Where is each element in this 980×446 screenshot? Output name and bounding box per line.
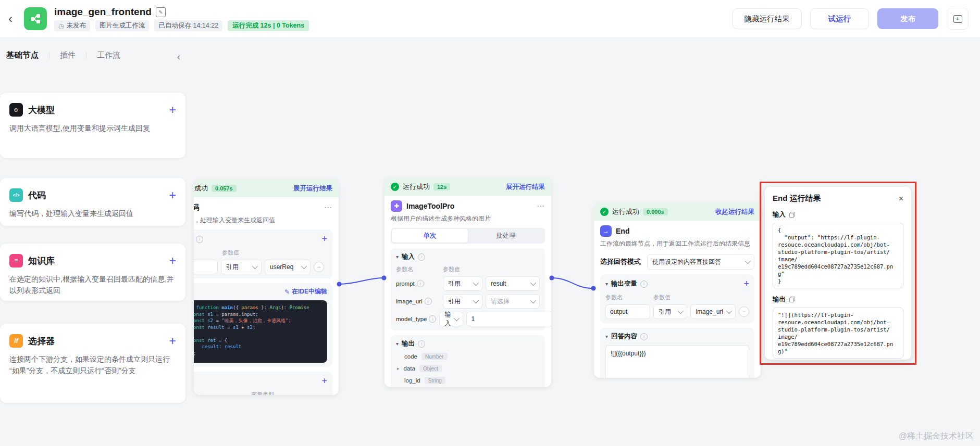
image-tool-node[interactable]: ✓ 运行成功 12s 展开运行结果 ✚ ImageToolPro ⋯ 根据用户的… (384, 178, 551, 387)
copy-icon[interactable] (789, 297, 795, 302)
col-param-value: 参数值 (222, 249, 239, 257)
code-editor[interactable]: async function main({ params }: Args): P… (194, 300, 327, 363)
edit-icon: ✎ (284, 288, 290, 296)
node-card-llm[interactable]: ☺ 大模型 + 调用大语言模型,使用变量和提示词生成回复 (0, 93, 185, 158)
collapse-run-result-link[interactable]: 收起运行结果 (715, 208, 754, 216)
chevron-down-icon (745, 258, 751, 264)
collapse-caret-icon[interactable]: ▾ (396, 341, 399, 347)
info-icon: i (418, 340, 425, 348)
node-card-selector[interactable]: If 选择器 + 连接两个下游分支，如果设定的条件成立则只运行“如果”分支，不成… (0, 324, 185, 403)
tab-workflows[interactable]: 工作流 (97, 50, 120, 60)
copy-icon[interactable] (789, 212, 795, 218)
chevron-down-icon (678, 308, 684, 314)
image-node-desc: 根据用户的描述生成多种风格的图片 (391, 214, 545, 223)
value-ref-select[interactable]: userReq (265, 260, 311, 274)
outvar-name-input[interactable] (605, 304, 650, 319)
model-type-value-input[interactable] (466, 312, 551, 326)
tab-batch[interactable]: 批处理 (468, 229, 544, 243)
node-card-code[interactable]: </> 代码 + 编写代码，处理输入变量来生成返回值 (0, 178, 185, 226)
end-node-status-bar: ✓ 运行成功 0.000s 收起运行结果 (594, 203, 761, 221)
open-panel-button[interactable]: + (947, 8, 969, 30)
info-icon: i (640, 333, 648, 340)
outvar-value-select[interactable]: image_url (690, 304, 736, 319)
run-mode-tabs: 单次 批处理 (391, 228, 545, 244)
answer-mode-select[interactable]: 使用设定的内容直接回答 (647, 254, 754, 270)
image-node-name: ImageToolPro (406, 202, 532, 210)
image-url-type-select[interactable]: 引用 (443, 294, 482, 309)
node-card-knowledge[interactable]: ≡ 知识库 + 在选定的知识中,根据输入变量召回最匹配的信息,并以列表形式返回 (0, 244, 185, 301)
publish-button[interactable]: 发布 (877, 8, 938, 29)
col-param-name: 参数名 (194, 249, 222, 257)
end-node-name: End (616, 227, 754, 235)
run-status-text: 运行成功 (403, 182, 430, 192)
tab-plugins[interactable]: 插件 (60, 50, 76, 60)
result-output-json: "![](https://lf-plugin- resouce.oceanclo… (773, 308, 903, 359)
card-title: 代码 (28, 189, 164, 201)
add-output-button[interactable]: + (321, 376, 327, 387)
card-title: 知识库 (28, 255, 164, 267)
output-section-title: 输出 (402, 339, 415, 348)
chevron-down-icon (726, 308, 732, 314)
col-param-name: 参数名 (605, 294, 653, 301)
card-desc: 在选定的知识中,根据输入变量召回最匹配的信息,并以列表形式返回 (9, 273, 176, 296)
param-model-type: model_typei (396, 315, 436, 323)
hide-run-results-button[interactable]: 隐藏运行结果 (733, 8, 802, 29)
value-type-select[interactable]: 引用 (221, 260, 262, 274)
remove-outvar-button[interactable]: − (739, 307, 749, 317)
highlight-red-frame: End 运行结果 × 输入 { "output": "https://lf-pl… (760, 182, 916, 365)
answer-content-textarea[interactable]: ![]({{output}}) 15/5000 (605, 345, 749, 378)
expand-run-result-link[interactable]: 展开运行结果 (293, 184, 332, 193)
run-complete-badge: 运行完成 12s | 0 Tokens (228, 20, 309, 31)
add-node-button[interactable]: + (169, 105, 176, 115)
more-menu-icon[interactable]: ⋯ (324, 203, 332, 212)
close-icon[interactable]: × (899, 195, 903, 202)
expand-run-result-link[interactable]: 展开运行结果 (506, 183, 545, 192)
input-section-title: 输入 (402, 252, 415, 261)
run-duration-badge: 0.000s (643, 208, 668, 215)
test-run-button[interactable]: 试运行 (810, 8, 870, 29)
collapse-sidebar-icon[interactable]: ‹ (177, 51, 180, 62)
result-output-label: 输出 (773, 295, 786, 304)
prompt-value-select[interactable]: result (486, 276, 540, 291)
watermark: @稀土掘金技术社区 (899, 431, 974, 442)
result-panel-title: End 运行结果 (773, 194, 821, 203)
col-param-name: 参数名 (396, 265, 443, 273)
image-output-section: ▾ 输出 i code Number ▸ data Object log_id … (391, 335, 545, 387)
autosave-badge: 已自动保存 14:14:22 (154, 20, 222, 31)
collapse-caret-icon[interactable]: ▾ (605, 334, 608, 339)
end-node[interactable]: ✓ 运行成功 0.000s 收起运行结果 → End 工作流的最终节点，用于返回… (594, 203, 761, 378)
outvar-section-title: 输出变量 (611, 279, 637, 288)
code-input-section: ▾ 输入 i + 参数名 参数值 引用 (194, 230, 332, 278)
add-node-button[interactable]: + (169, 190, 176, 200)
success-check-icon: ✓ (391, 183, 399, 191)
param-name-input[interactable] (194, 260, 218, 274)
model-type-select[interactable]: 输入 (439, 312, 463, 326)
end-answer-section: ▾ 回答内容 i ![]({{output}}) 15/5000 (600, 328, 754, 378)
run-status-text: 运行成功 (612, 207, 639, 216)
rename-icon[interactable]: ✎ (156, 7, 166, 17)
tab-single[interactable]: 单次 (392, 229, 468, 243)
image-url-value-select[interactable]: 请选择 (486, 294, 540, 309)
expand-row-icon[interactable]: ▸ (397, 366, 400, 371)
chevron-down-icon (473, 298, 479, 303)
col-var-type: 变量类型 (251, 391, 274, 395)
end-icon: → (600, 225, 612, 237)
add-outvar-button[interactable]: + (743, 278, 749, 289)
chevron-down-icon (530, 298, 536, 303)
workflow-title: image_gen_frontend (54, 6, 152, 18)
add-param-button[interactable]: + (321, 234, 327, 245)
tab-basic-nodes[interactable]: 基础节点 (6, 50, 39, 61)
prompt-type-select[interactable]: 引用 (443, 276, 482, 291)
collapse-caret-icon[interactable]: ▾ (396, 254, 399, 260)
more-menu-icon[interactable]: ⋯ (537, 201, 545, 211)
code-node[interactable]: ✓ 运行成功 0.057s 展开运行结果 </> 代码 ⋯ 编写代码，处理输入变… (194, 180, 339, 395)
output-field-data[interactable]: ▸ data Object (396, 365, 540, 372)
outvar-type-select[interactable]: 引用 (653, 304, 687, 319)
add-node-button[interactable]: + (169, 256, 176, 266)
back-icon[interactable]: ‹ (0, 11, 21, 26)
remove-param-button[interactable]: − (314, 262, 324, 272)
success-check-icon: ✓ (600, 208, 609, 216)
add-node-button[interactable]: + (169, 336, 176, 346)
edit-in-ide-link[interactable]: ✎ 在IDE中编辑 (284, 287, 327, 296)
collapse-caret-icon[interactable]: ▾ (605, 281, 608, 287)
